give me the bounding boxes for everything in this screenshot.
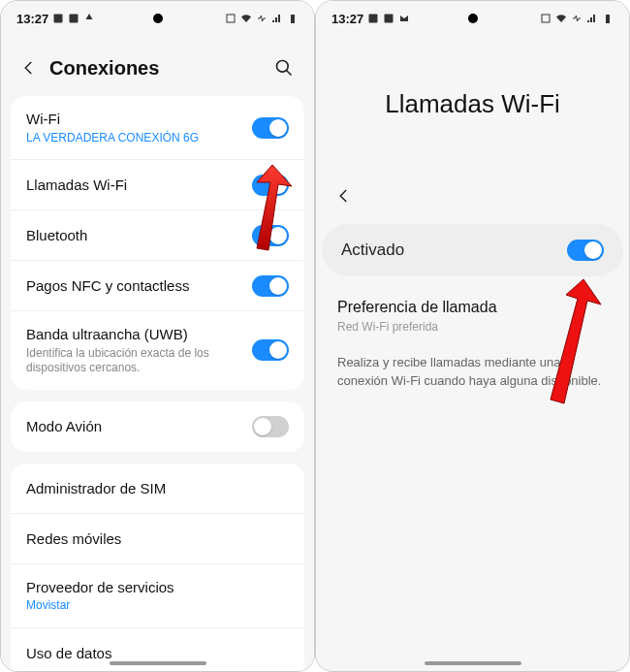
row-subtitle: Movistar (26, 598, 289, 614)
status-icon (398, 13, 410, 24)
row-subtitle: LA VERDADERA CONEXIÓN 6G (26, 131, 252, 146)
back-row (316, 177, 629, 224)
row-title: Pagos NFC y contactless (26, 276, 252, 296)
battery-icon (602, 13, 614, 24)
row-subtitle: Identifica la ubicación exacta de los di… (26, 346, 252, 376)
row-subtitle: Red Wi-Fi preferida (337, 320, 608, 336)
wifi-icon (555, 13, 567, 24)
volte-icon (571, 13, 583, 24)
svg-rect-0 (54, 15, 63, 23)
settings-group: Wi-Fi LA VERDADERA CONEXIÓN 6G Llamadas … (11, 96, 304, 390)
settings-content: Wi-Fi LA VERDADERA CONEXIÓN 6G Llamadas … (1, 90, 314, 671)
row-title: Administrador de SIM (26, 479, 289, 498)
volte-icon (256, 13, 268, 24)
signal-icon (271, 13, 283, 24)
nfc-icon (540, 13, 551, 24)
row-title: Proveedor de servicios (26, 578, 289, 597)
row-mobile-networks[interactable]: Redes móviles (11, 514, 304, 564)
description-text: Realiza y recibe llamadas mediante una c… (316, 348, 629, 395)
row-title: Preferencia de llamada (337, 298, 608, 318)
svg-rect-3 (291, 15, 295, 23)
back-button[interactable] (333, 185, 355, 207)
toggle-switch[interactable] (252, 225, 289, 246)
toggle-switch[interactable] (252, 416, 289, 437)
settings-group: Administrador de SIM Redes móviles Prove… (11, 464, 304, 671)
row-title: Redes móviles (26, 529, 289, 549)
row-sim[interactable]: Administrador de SIM (11, 464, 304, 514)
wifi-icon (240, 13, 252, 24)
row-title: Uso de datos (26, 644, 289, 663)
toggle-switch[interactable] (252, 117, 289, 139)
row-title: Banda ultraancha (UWB) (26, 325, 252, 344)
phone-left: 13:27 Conexiones Wi-Fi LA VERDA (0, 0, 315, 672)
page-title: Llamadas Wi-Fi (316, 36, 629, 177)
row-title: Modo Avión (26, 417, 252, 436)
svg-rect-2 (227, 15, 235, 22)
row-airplane[interactable]: Modo Avión (11, 401, 304, 452)
row-uwb[interactable]: Banda ultraancha (UWB) Identifica la ubi… (11, 311, 304, 390)
status-icon (83, 13, 95, 24)
svg-rect-9 (606, 15, 610, 23)
toggle-switch[interactable] (567, 240, 604, 261)
svg-rect-1 (70, 15, 79, 23)
nav-handle[interactable] (425, 661, 521, 665)
search-button[interactable] (271, 55, 297, 80)
toggle-switch[interactable] (252, 175, 289, 196)
nfc-icon (225, 13, 236, 24)
row-title: Wi-Fi (26, 110, 252, 129)
phone-right: 13:27 Llamadas Wi-Fi Activado Preferenci… (315, 0, 630, 672)
svg-rect-7 (385, 15, 394, 23)
battery-icon (287, 13, 299, 24)
status-icon (68, 13, 79, 24)
svg-line-5 (287, 71, 292, 76)
svg-rect-8 (542, 15, 550, 22)
row-title: Llamadas Wi-Fi (26, 176, 252, 195)
status-icon (383, 13, 394, 24)
row-nfc[interactable]: Pagos NFC y contactless (11, 261, 304, 311)
status-time: 13:27 (331, 12, 363, 26)
camera-notch (153, 14, 163, 23)
svg-point-4 (277, 61, 289, 73)
row-title: Bluetooth (26, 226, 252, 245)
row-wifi[interactable]: Wi-Fi LA VERDADERA CONEXIÓN 6G (11, 96, 304, 160)
call-preference-row[interactable]: Preferencia de llamada Red Wi-Fi preferi… (316, 294, 629, 348)
status-icon (52, 13, 64, 24)
toggle-switch[interactable] (252, 275, 289, 297)
nav-handle[interactable] (110, 661, 206, 665)
row-bluetooth[interactable]: Bluetooth (11, 210, 304, 261)
status-time: 13:27 (16, 12, 48, 26)
back-button[interactable] (18, 57, 40, 79)
activated-label: Activado (341, 240, 567, 261)
page-header: Conexiones (1, 36, 314, 90)
page-title: Conexiones (49, 57, 271, 80)
settings-group: Modo Avión (11, 401, 304, 452)
toggle-switch[interactable] (252, 339, 289, 361)
status-icon (367, 13, 379, 24)
activated-row[interactable]: Activado (322, 224, 623, 276)
row-service-provider[interactable]: Proveedor de servicios Movistar (11, 564, 304, 628)
row-wifi-calling[interactable]: Llamadas Wi-Fi (11, 160, 304, 210)
svg-rect-6 (369, 15, 378, 23)
signal-icon (586, 13, 598, 24)
camera-notch (468, 14, 478, 23)
